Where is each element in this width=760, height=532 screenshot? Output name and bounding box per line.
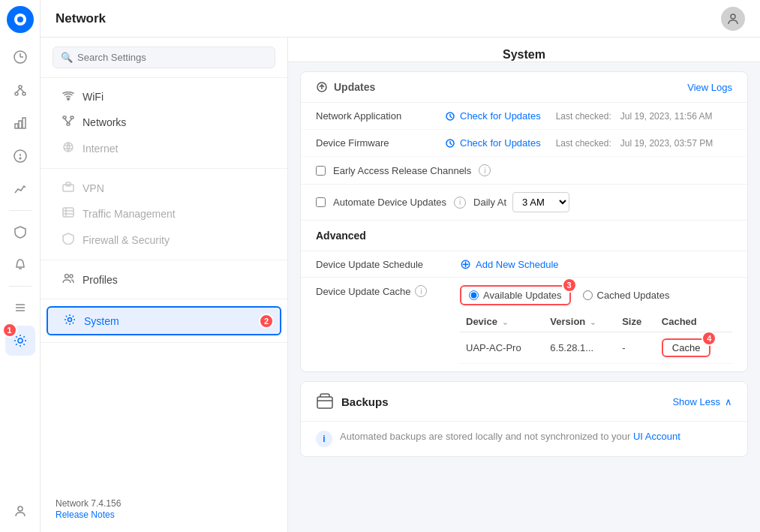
check-updates-network-btn[interactable]: Check for Updates xyxy=(445,110,541,122)
schedule-label: Device Update Schedule xyxy=(316,259,451,270)
col-device[interactable]: Device ⌄ xyxy=(460,311,544,332)
cached-cell: Cache 4 xyxy=(656,332,732,364)
svg-point-13 xyxy=(20,158,21,159)
nav-icon-alerts[interactable] xyxy=(5,141,35,171)
show-less-btn[interactable]: Show Less ∧ xyxy=(672,396,732,407)
wifi-icon xyxy=(62,91,75,103)
sidebar-item-profiles[interactable]: Profiles xyxy=(47,267,281,292)
svg-point-4 xyxy=(15,92,18,95)
table-row: UAP-AC-Pro 6.5.28.1... - Cache 4 xyxy=(460,332,732,364)
app-logo[interactable] xyxy=(7,6,34,33)
early-access-info-icon[interactable]: i xyxy=(479,164,491,176)
add-schedule-btn[interactable]: ⊕ Add New Schedule xyxy=(460,257,559,271)
size-cell: - xyxy=(616,332,656,364)
nav-group-1: WiFi Networks Internet xyxy=(41,78,287,169)
time-select[interactable]: 3 AM 12 AM 1 AM 2 AM 4 AM 5 AM xyxy=(512,192,569,212)
advanced-section: Advanced xyxy=(301,220,747,251)
release-notes-link[interactable]: Release Notes xyxy=(56,509,115,520)
nav-icon-charts[interactable] xyxy=(5,174,35,204)
app-title: Network xyxy=(56,11,106,26)
firewall-icon xyxy=(62,233,75,247)
version-text: Network 7.4.156 xyxy=(56,498,272,509)
badge-2: 2 xyxy=(259,314,274,329)
sidebar-footer: Network 7.4.156 Release Notes xyxy=(41,486,287,520)
sidebar-item-system[interactable]: System 2 xyxy=(47,306,281,335)
daily-at-wrap: Daily At 3 AM 12 AM 1 AM 2 AM 4 AM 5 AM xyxy=(473,192,569,212)
svg-point-1 xyxy=(17,17,23,23)
available-label[interactable]: Available Updates xyxy=(483,290,562,301)
ui-account-link[interactable]: UI Account xyxy=(633,431,680,442)
sidebar-item-firewall[interactable]: Firewall & Security xyxy=(47,227,281,253)
sidebar-item-networks[interactable]: Networks xyxy=(47,110,281,134)
chevron-up-icon: ∧ xyxy=(725,396,732,407)
sidebar-item-traffic[interactable]: Traffic Management xyxy=(47,201,281,226)
view-logs-link[interactable]: View Logs xyxy=(687,82,732,93)
vpn-icon xyxy=(62,182,75,194)
backups-info: i Automated backups are stored locally a… xyxy=(301,422,747,456)
backups-title: Backups xyxy=(316,392,389,410)
sidebar-item-vpn[interactable]: VPN xyxy=(47,176,281,200)
main-content: System Updates View Logs Network Applica… xyxy=(288,38,760,532)
svg-rect-32 xyxy=(63,208,74,217)
svg-point-18 xyxy=(18,338,23,343)
badge-4: 4 xyxy=(701,331,716,346)
early-access-label[interactable]: Early Access Release Channels xyxy=(333,165,471,176)
automate-info-icon[interactable]: i xyxy=(454,197,466,209)
sidebar-item-wifi[interactable]: WiFi xyxy=(47,85,281,109)
sidebar-item-profiles-label: Profiles xyxy=(83,274,118,286)
network-app-date: Jul 19, 2023, 11:56 AM xyxy=(620,111,713,122)
sidebar: 🔍 WiFi Networks xyxy=(41,38,288,532)
network-app-last-checked: Last checked: xyxy=(556,111,611,122)
cache-info-icon[interactable]: i xyxy=(415,285,427,297)
version-sort-icon: ⌄ xyxy=(590,318,596,326)
traffic-icon xyxy=(62,207,75,220)
available-radio[interactable] xyxy=(469,290,479,300)
nav-icon-statistics[interactable] xyxy=(5,108,35,138)
col-version[interactable]: Version ⌄ xyxy=(544,311,616,332)
cache-table: Device ⌄ Version ⌄ Size xyxy=(460,311,732,364)
badge-1: 1 xyxy=(2,323,17,338)
cache-radio-group: 3 Available Updates Cached Updates xyxy=(460,285,732,305)
cached-label[interactable]: Cached Updates xyxy=(597,290,670,301)
nav-icon-dashboard[interactable] xyxy=(5,42,35,72)
nav-icon-settings[interactable]: 1 xyxy=(5,326,35,356)
automate-checkbox[interactable] xyxy=(316,197,326,207)
device-firmware-last-checked: Last checked: xyxy=(556,138,611,149)
early-access-checkbox[interactable] xyxy=(316,166,326,176)
automate-row: Automate Device Updates i Daily At 3 AM … xyxy=(301,184,747,220)
backups-header: Backups Show Less ∧ xyxy=(301,382,747,422)
search-box: 🔍 xyxy=(41,38,287,78)
nav-icon-user[interactable] xyxy=(5,496,35,526)
svg-rect-10 xyxy=(23,118,26,128)
svg-line-25 xyxy=(65,119,68,123)
sidebar-item-firewall-label: Firewall & Security xyxy=(83,234,170,246)
svg-rect-43 xyxy=(317,397,332,408)
nav-icon-topology[interactable] xyxy=(5,75,35,105)
backups-label: Backups xyxy=(341,395,389,408)
backups-card: Backups Show Less ∧ i Automated backups … xyxy=(300,381,748,457)
nav-icon-list[interactable] xyxy=(5,293,35,323)
nav-icon-notifications[interactable] xyxy=(5,250,35,280)
svg-rect-23 xyxy=(71,116,74,119)
user-avatar[interactable] xyxy=(721,7,745,31)
early-access-row: Early Access Release Channels i xyxy=(301,157,747,184)
svg-point-36 xyxy=(65,275,69,278)
svg-line-6 xyxy=(17,89,20,92)
available-updates-option[interactable]: 3 Available Updates xyxy=(460,285,571,305)
sidebar-item-internet[interactable]: Internet xyxy=(47,135,281,161)
updates-label: Updates xyxy=(316,81,375,93)
networks-icon xyxy=(62,116,75,128)
sidebar-item-internet-label: Internet xyxy=(83,143,118,155)
check-updates-firmware-btn[interactable]: Check for Updates xyxy=(445,137,541,149)
col-size: Size xyxy=(616,311,656,332)
profiles-icon xyxy=(62,273,75,286)
cached-radio[interactable] xyxy=(583,290,593,300)
col-cached: Cached xyxy=(656,311,732,332)
automate-label[interactable]: Automate Device Updates xyxy=(333,197,446,208)
updates-header: Updates View Logs xyxy=(301,72,747,103)
cached-updates-option[interactable]: Cached Updates xyxy=(583,290,670,301)
cache-button[interactable]: Cache 4 xyxy=(662,338,711,357)
nav-icon-security[interactable] xyxy=(5,217,35,247)
search-input[interactable] xyxy=(77,52,267,63)
advanced-label: Advanced xyxy=(316,230,732,242)
